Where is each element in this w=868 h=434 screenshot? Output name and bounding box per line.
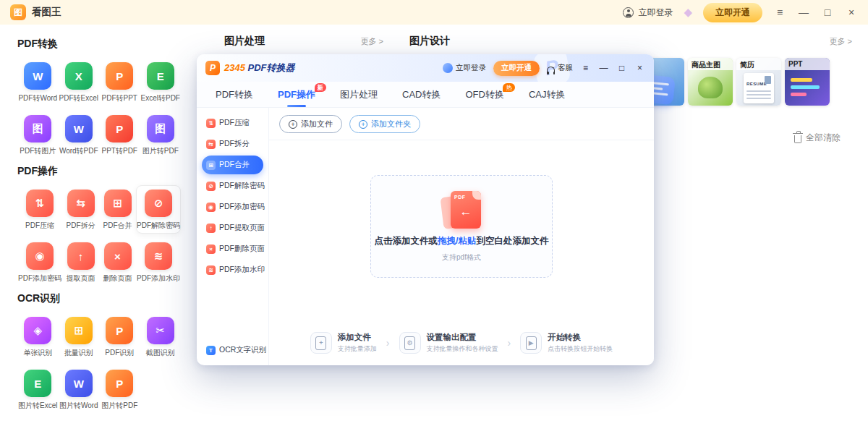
tool-image-to-pdf[interactable]: 图 图片转PDF — [140, 111, 182, 159]
modal-toolbar: + 添加文件 + 添加文件夹 — [269, 108, 654, 140]
modal-avatar-icon — [443, 63, 453, 73]
clear-all-button[interactable]: 全部清除 — [794, 132, 841, 144]
modal-upgrade-button[interactable]: 立即开通 — [493, 61, 540, 76]
step-title: 开始转换 — [548, 332, 613, 343]
ocr-pdf-icon: P — [106, 317, 133, 344]
modal-titlebar-actions: 立即登录 立即开通 客服 ≡ — □ × — [443, 61, 645, 76]
tool-extract-pages[interactable]: ↑ 提取页面 — [62, 238, 99, 286]
tool-label: PDF转图片 — [20, 146, 56, 156]
hot-badge: 热 — [503, 83, 515, 92]
nav-label: PDF解除密码 — [219, 181, 265, 191]
nav-pdf-watermark[interactable]: ≋ PDF添加水印 — [202, 260, 263, 279]
pdf-watermark-icon: ≋ — [145, 242, 172, 270]
modal-tabs: PDF转换 PDF操作 新 图片处理 CAD转换 OFD转换 热 CAJ转换 — [197, 82, 654, 108]
tool-pdf-to-image[interactable]: 图 PDF转图片 — [17, 111, 59, 159]
nav-pdf-add-password[interactable]: ◉ PDF添加密码 — [202, 197, 263, 216]
word-to-pdf-icon: W — [65, 115, 93, 142]
tool-ocr-screenshot[interactable]: ✂ 截图识别 — [140, 312, 182, 361]
trash-icon — [794, 135, 801, 143]
tool-label: PDF添加密码 — [18, 273, 61, 284]
tab-cad-convert[interactable]: CAD转换 — [402, 82, 441, 107]
nav-pdf-extract-pages[interactable]: ↑ PDF提取页面 — [202, 218, 263, 237]
screen: 图 看图王 立即登录 ◆ 立即开通 ≡ — □ × PDF转换 W PDF转Wo… — [0, 0, 868, 434]
tool-pdf-merge[interactable]: ⊞ PDF合并 — [99, 185, 136, 234]
dropzone-format-hint: 支持pdf格式 — [442, 252, 481, 263]
tab-ofd-convert[interactable]: OFD转换 热 — [465, 82, 503, 107]
tool-pdf-split[interactable]: ⇆ PDF拆分 — [62, 185, 99, 234]
nav-label: PDF压缩 — [219, 118, 250, 128]
tool-image-to-pdf-ocr[interactable]: P 图片转PDF — [99, 365, 140, 414]
tab-pdf-convert[interactable]: PDF转换 — [216, 82, 253, 107]
card-product-image[interactable]: 商品主图 — [688, 58, 733, 106]
tool-label: PDF解除密码 — [137, 221, 180, 231]
nav-pdf-compress[interactable]: ⇅ PDF压缩 — [202, 114, 263, 132]
tool-ocr-batch[interactable]: ⊞ 批量识别 — [59, 312, 100, 361]
tool-excel-to-pdf[interactable]: E Excel转PDF — [140, 58, 182, 106]
modal-close-icon[interactable]: × — [634, 63, 645, 73]
tool-pdf-to-ppt[interactable]: P PDF转PPT — [99, 58, 140, 106]
extract-pages-icon: ↑ — [67, 242, 95, 270]
tool-ocr-pdf[interactable]: P PDF识别 — [99, 312, 140, 361]
tool-label: PDF合并 — [103, 221, 132, 231]
ocr-batch-icon: ⊞ — [65, 317, 93, 344]
add-folder-label: 添加文件夹 — [371, 119, 411, 129]
section-title-pdf-convert: PDF转换 — [17, 38, 181, 51]
nav-pdf-add-password-icon: ◉ — [206, 203, 216, 212]
pdf-to-ppt-icon: P — [106, 62, 133, 90]
tool-label: PDF转Word — [18, 93, 57, 103]
upgrade-button[interactable]: 立即开通 — [703, 3, 762, 22]
app-title: 看图王 — [32, 6, 61, 19]
login-button[interactable]: 立即登录 — [623, 7, 673, 19]
vip-diamond-icon[interactable]: ◆ — [684, 6, 692, 19]
nav-label: PDF删除页面 — [219, 244, 265, 254]
tool-pdf-add-password[interactable]: ◉ PDF添加密码 — [17, 238, 62, 286]
tool-ocr-single[interactable]: ◈ 单张识别 — [17, 312, 59, 361]
modal-menu-icon[interactable]: ≡ — [580, 63, 591, 73]
tool-pdf-remove-password[interactable]: ⊘ PDF解除密码 — [136, 185, 181, 234]
tool-pdf-watermark[interactable]: ≋ PDF添加水印 — [136, 238, 181, 286]
pdf-to-word-icon: W — [24, 62, 51, 90]
tab-caj-convert[interactable]: CAJ转换 — [529, 82, 566, 107]
tool-image-to-excel[interactable]: E 图片转Excel — [17, 365, 59, 414]
tool-word-to-pdf[interactable]: W Word转PDF — [59, 111, 100, 159]
nav-pdf-merge[interactable]: ⊞ PDF合并 — [202, 156, 263, 174]
tool-pdf-to-excel[interactable]: X PDF转Excel — [59, 58, 100, 106]
modal-login-button[interactable]: 立即登录 — [443, 63, 486, 73]
tool-image-to-word[interactable]: W 图片转Word — [59, 365, 100, 414]
image-design-more-link[interactable]: 更多 > — [830, 36, 852, 47]
pdf-split-icon: ⇆ — [67, 190, 95, 217]
steps-row: + 添加文件 支持批量添加 › ⚙ 设置输出配置 — [269, 332, 654, 354]
minimize-icon[interactable]: — — [797, 7, 810, 18]
plus-icon: + — [289, 120, 297, 129]
tab-pdf-ops[interactable]: PDF操作 新 — [278, 82, 315, 107]
card-ppt[interactable]: PPT — [785, 58, 830, 106]
tool-pdf-compress[interactable]: ⇅ PDF压缩 — [17, 185, 62, 234]
card-label: PPT — [788, 60, 802, 68]
maximize-icon[interactable]: □ — [821, 7, 834, 18]
nav-pdf-remove-password[interactable]: ⊘ PDF解除密码 — [202, 176, 263, 195]
image-design-title: 图片设计 — [409, 35, 450, 48]
modal-maximize-icon[interactable]: □ — [616, 63, 627, 73]
nav-pdf-delete-pages[interactable]: × PDF删除页面 — [202, 239, 263, 258]
add-folder-button[interactable]: + 添加文件夹 — [349, 115, 420, 133]
card-resume[interactable]: 简历 RESUME — [736, 58, 781, 106]
nav-ocr-text[interactable]: T OCR文字识别 — [202, 341, 263, 359]
step-output-settings: ⚙ 设置输出配置 支持批量操作和各种设置 — [399, 332, 498, 354]
close-icon[interactable]: × — [845, 7, 858, 18]
add-file-button[interactable]: + 添加文件 — [279, 115, 342, 133]
new-badge: 新 — [315, 83, 327, 92]
nav-label: OCR文字识别 — [219, 345, 266, 355]
tool-ppt-to-pdf[interactable]: P PPT转PDF — [99, 111, 140, 159]
customer-service-button[interactable]: 客服 — [547, 63, 573, 73]
modal-minimize-icon[interactable]: — — [598, 63, 609, 73]
arrow-icon: ← — [460, 205, 472, 219]
menu-icon[interactable]: ≡ — [773, 7, 786, 18]
pdf-add-password-icon: ◉ — [26, 242, 54, 270]
image-processing-more-link[interactable]: 更多 > — [361, 36, 383, 47]
step-add-file: + 添加文件 支持批量添加 — [310, 332, 377, 354]
tab-image-processing[interactable]: 图片处理 — [340, 82, 378, 107]
tool-pdf-to-word[interactable]: W PDF转Word — [17, 58, 59, 106]
nav-pdf-split[interactable]: ⇆ PDF拆分 — [202, 135, 263, 153]
file-dropzone[interactable]: PDF ← 点击添加文件或拖拽/粘贴到空白处添加文件 支持pdf格式 — [370, 175, 553, 278]
tool-delete-pages[interactable]: × 删除页面 — [99, 238, 136, 286]
